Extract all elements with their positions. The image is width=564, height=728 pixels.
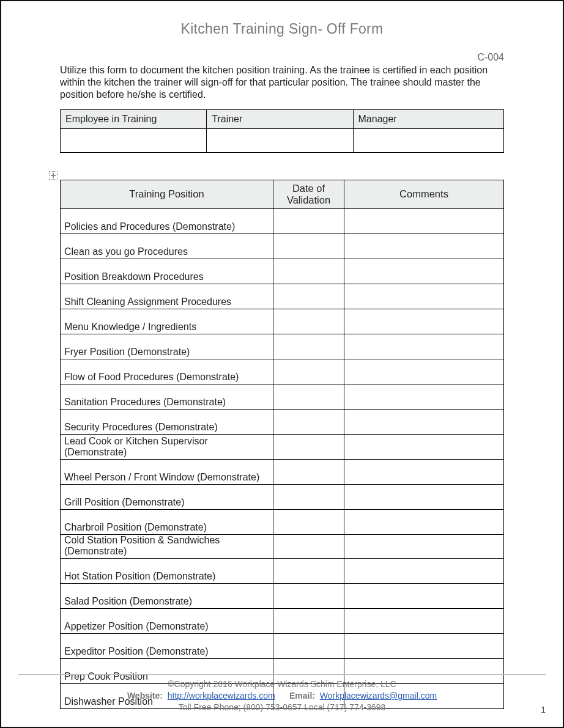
table-row: Salad Position (Demonstrate) xyxy=(61,583,504,608)
training-table: Training Position Date of Validation Com… xyxy=(60,180,504,709)
footer-website-label: Website: xyxy=(127,691,163,700)
footer-copyright: ©Copyright 2016 Workplace Wizards Schim … xyxy=(18,678,546,690)
document-page: Kitchen Training Sign- Off Form C-004 Ut… xyxy=(0,0,564,728)
date-cell[interactable] xyxy=(273,534,344,558)
footer-contact-line: Website: http://workplacewizards.com Ema… xyxy=(18,690,546,702)
date-cell[interactable] xyxy=(273,608,344,633)
date-cell[interactable] xyxy=(273,583,344,608)
table-row: Hot Station Position (Demonstrate) xyxy=(61,558,504,583)
position-cell: Lead Cook or Kitchen Supervisor (Demonst… xyxy=(61,434,273,459)
position-cell: Clean as you go Procedures xyxy=(61,233,273,259)
date-cell[interactable] xyxy=(273,359,344,384)
date-cell[interactable] xyxy=(273,558,344,583)
position-cell: Wheel Person / Front Window (Demonstrate… xyxy=(61,459,273,484)
comments-cell[interactable] xyxy=(344,484,504,509)
date-cell[interactable] xyxy=(273,284,344,309)
table-row: Security Procedures (Demonstrate) xyxy=(61,409,504,434)
footer-website-link[interactable]: http://workplacewizards.com xyxy=(168,691,275,700)
position-label: Appetizer Position (Demonstrate) xyxy=(64,621,209,633)
table-anchor-row xyxy=(60,167,504,178)
form-code: C-004 xyxy=(60,52,504,63)
position-cell: Grill Position (Demonstrate) xyxy=(61,484,273,509)
position-cell: Security Procedures (Demonstrate) xyxy=(61,409,273,434)
comments-cell[interactable] xyxy=(344,509,504,534)
comments-cell[interactable] xyxy=(344,583,504,608)
footer-divider xyxy=(18,674,546,675)
table-row: Policies and Procedures (Demonstrate) xyxy=(61,208,504,233)
footer-email-label: Email: xyxy=(289,691,315,700)
comments-cell[interactable] xyxy=(344,334,504,359)
comments-cell[interactable] xyxy=(344,384,504,409)
table-row: Cold Station Position & Sandwiches (Demo… xyxy=(61,534,504,558)
table-anchor-icon xyxy=(49,171,58,180)
manager-input-cell[interactable] xyxy=(353,129,504,153)
meta-input-row xyxy=(61,129,504,153)
comments-cell[interactable] xyxy=(344,284,504,309)
page-footer: ©Copyright 2016 Workplace Wizards Schim … xyxy=(18,674,546,713)
date-cell[interactable] xyxy=(273,309,344,334)
comments-cell[interactable] xyxy=(344,409,504,434)
table-row: Shift Cleaning Assignment Procedures xyxy=(61,284,504,309)
comments-cell[interactable] xyxy=(344,534,504,558)
date-cell[interactable] xyxy=(273,259,344,284)
training-header-row: Training Position Date of Validation Com… xyxy=(61,180,504,209)
table-row: Expeditor Position (Demonstrate) xyxy=(61,633,504,658)
date-cell[interactable] xyxy=(273,233,344,259)
position-cell: Position Breakdown Procedures xyxy=(61,259,273,284)
table-row: Grill Position (Demonstrate) xyxy=(61,484,504,509)
date-cell[interactable] xyxy=(273,484,344,509)
page-number: 1 xyxy=(541,704,546,716)
position-label: Menu Knowledge / Ingredients xyxy=(64,322,196,334)
position-cell: Flow of Food Procedures (Demonstrate) xyxy=(61,359,273,384)
meta-table: Employee in Training Trainer Manager xyxy=(60,109,504,153)
position-label: Position Breakdown Procedures xyxy=(64,271,204,284)
date-cell[interactable] xyxy=(273,208,344,233)
position-label: Policies and Procedures (Demonstrate) xyxy=(64,221,235,233)
table-row: Flow of Food Procedures (Demonstrate) xyxy=(61,359,504,384)
table-row: Lead Cook or Kitchen Supervisor (Demonst… xyxy=(61,434,504,459)
position-label: Lead Cook or Kitchen Supervisor (Demonst… xyxy=(64,436,269,459)
meta-header-row: Employee in Training Trainer Manager xyxy=(61,110,504,129)
date-cell[interactable] xyxy=(273,434,344,459)
table-row: Clean as you go Procedures xyxy=(61,233,504,259)
comments-cell[interactable] xyxy=(344,434,504,459)
comments-cell[interactable] xyxy=(344,233,504,259)
comments-cell[interactable] xyxy=(344,558,504,583)
table-row: Menu Knowledge / Ingredients xyxy=(61,309,504,334)
position-cell: Shift Cleaning Assignment Procedures xyxy=(61,284,273,309)
position-cell: Policies and Procedures (Demonstrate) xyxy=(61,208,273,233)
footer-email-link[interactable]: Workplacewizards@gmail.com xyxy=(320,691,437,700)
date-cell[interactable] xyxy=(273,633,344,658)
comments-cell[interactable] xyxy=(344,359,504,384)
position-label: Flow of Food Procedures (Demonstrate) xyxy=(64,372,239,384)
date-cell[interactable] xyxy=(273,459,344,484)
intro-paragraph: Utilize this form to document the kitche… xyxy=(60,64,504,101)
position-label: Charbroil Position (Demonstrate) xyxy=(64,522,207,534)
date-cell[interactable] xyxy=(273,409,344,434)
position-cell: Fryer Position (Demonstrate) xyxy=(61,334,273,359)
comments-cell[interactable] xyxy=(344,259,504,284)
table-row: Fryer Position (Demonstrate) xyxy=(61,334,504,359)
position-label: Salad Position (Demonstrate) xyxy=(64,596,192,608)
trainer-input-cell[interactable] xyxy=(207,129,353,153)
comments-cell[interactable] xyxy=(344,459,504,484)
table-row: Sanitation Procedures (Demonstrate) xyxy=(61,384,504,409)
content-area: Kitchen Training Sign- Off Form C-004 Ut… xyxy=(18,21,546,718)
col-header-date: Date of Validation xyxy=(273,180,344,209)
position-cell: Sanitation Procedures (Demonstrate) xyxy=(61,384,273,409)
comments-cell[interactable] xyxy=(344,309,504,334)
position-label: Shift Cleaning Assignment Procedures xyxy=(64,296,231,309)
table-row: Wheel Person / Front Window (Demonstrate… xyxy=(61,459,504,484)
date-cell[interactable] xyxy=(273,334,344,359)
table-row: Position Breakdown Procedures xyxy=(61,259,504,284)
date-cell[interactable] xyxy=(273,509,344,534)
position-label: Hot Station Position (Demonstrate) xyxy=(64,571,215,583)
comments-cell[interactable] xyxy=(344,608,504,633)
comments-cell[interactable] xyxy=(344,633,504,658)
employee-input-cell[interactable] xyxy=(61,129,207,153)
position-label: Cold Station Position & Sandwiches (Demo… xyxy=(64,535,269,558)
col-header-comments: Comments xyxy=(344,180,504,209)
date-cell[interactable] xyxy=(273,384,344,409)
position-cell: Appetizer Position (Demonstrate) xyxy=(61,608,273,633)
comments-cell[interactable] xyxy=(344,208,504,233)
